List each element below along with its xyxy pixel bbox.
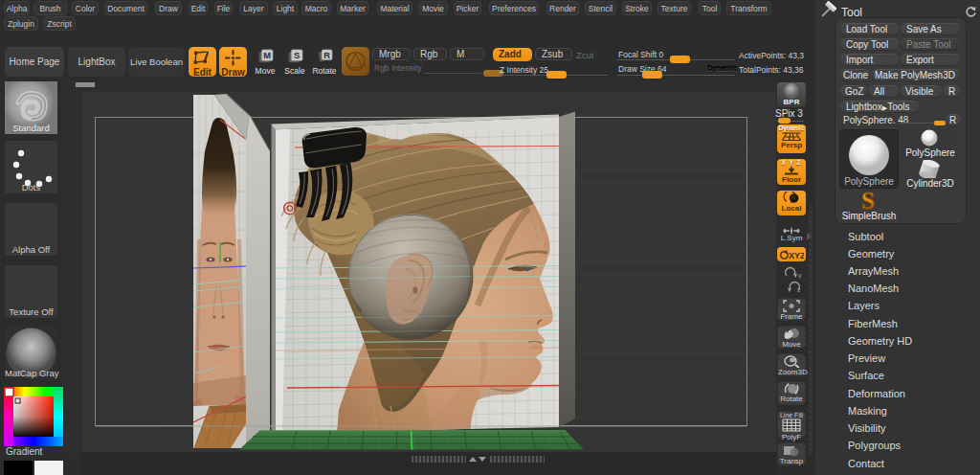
svg-text:y: y [798,272,802,279]
svg-text:M: M [263,51,271,60]
svg-text:S: S [861,192,875,210]
svg-text:z: z [797,286,801,293]
svg-text:S: S [294,51,300,60]
svg-text:XYZ: XYZ [789,251,804,260]
svg-text:R: R [323,51,330,60]
